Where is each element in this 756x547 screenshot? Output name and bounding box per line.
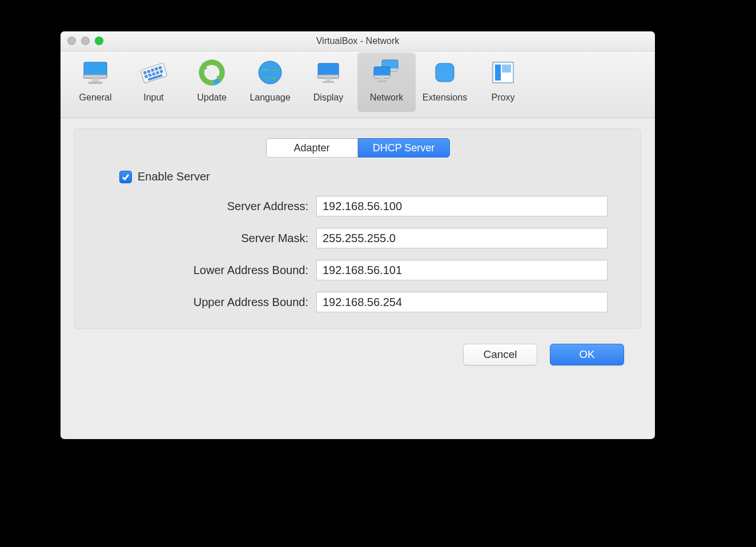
proxy-icon: [486, 56, 520, 89]
lower-bound-label: Lower Address Bound:: [91, 264, 316, 277]
panel-tabs: Adapter DHCP Server: [266, 138, 450, 158]
svg-rect-1: [84, 75, 107, 78]
svg-rect-29: [377, 81, 387, 82]
lower-bound-input[interactable]: [316, 260, 608, 280]
toolbar-item-language[interactable]: Language: [241, 53, 299, 112]
svg-rect-2: [92, 78, 99, 82]
svg-rect-30: [436, 63, 454, 82]
toolbar-item-label: Update: [197, 92, 227, 103]
tab-dhcp-server[interactable]: DHCP Server: [358, 138, 450, 158]
toolbar-item-input[interactable]: Input: [124, 53, 183, 112]
titlebar: VirtualBox - Network: [61, 31, 655, 51]
keyboard-icon: [137, 56, 170, 89]
cancel-button[interactable]: Cancel: [463, 344, 537, 365]
svg-rect-32: [495, 65, 501, 81]
server-mask-label: Server Mask:: [91, 232, 316, 245]
display-icon: [312, 56, 345, 89]
svg-rect-21: [318, 75, 339, 78]
svg-rect-28: [380, 78, 384, 81]
toolbar-item-label: Network: [370, 92, 404, 103]
close-window-button[interactable]: [67, 37, 76, 45]
upper-bound-label: Upper Address Bound:: [91, 296, 316, 309]
preferences-toolbar: General Input: [61, 51, 655, 118]
toolbar-item-proxy[interactable]: Proxy: [474, 53, 532, 112]
network-panel: Adapter DHCP Server Enable Server Server…: [74, 128, 641, 329]
tab-adapter[interactable]: Adapter: [266, 138, 358, 158]
globe-icon: [254, 56, 287, 89]
ok-button[interactable]: OK: [550, 344, 624, 365]
toolbar-item-network[interactable]: Network: [357, 53, 416, 112]
refresh-icon: [195, 56, 228, 89]
toolbar-item-label: General: [79, 92, 112, 103]
upper-bound-input[interactable]: [316, 292, 608, 312]
toolbar-item-general[interactable]: General: [66, 53, 124, 112]
enable-server-label: Enable Server: [138, 170, 210, 183]
svg-rect-33: [502, 65, 511, 73]
zoom-window-button[interactable]: [95, 37, 103, 45]
enable-server-row: Enable Server: [119, 170, 625, 183]
svg-rect-23: [323, 81, 334, 83]
minimize-window-button[interactable]: [81, 37, 90, 45]
toolbar-item-update[interactable]: Update: [183, 53, 241, 112]
toolbar-item-extensions[interactable]: Extensions: [416, 53, 474, 112]
toolbar-item-display[interactable]: Display: [299, 53, 357, 112]
svg-rect-3: [89, 82, 102, 84]
toolbar-item-label: Proxy: [492, 92, 515, 103]
toolbar-item-label: Extensions: [423, 92, 467, 103]
server-address-input[interactable]: [316, 196, 608, 216]
preferences-window: VirtualBox - Network General: [61, 31, 655, 439]
monitor-icon: [79, 56, 112, 89]
enable-server-checkbox[interactable]: [119, 171, 132, 183]
toolbar-item-label: Input: [143, 92, 164, 103]
dialog-footer: Cancel OK: [74, 329, 641, 365]
extensions-icon: [428, 56, 461, 89]
toolbar-item-label: Display: [313, 92, 343, 103]
server-mask-input[interactable]: [316, 228, 608, 248]
content-area: Adapter DHCP Server Enable Server Server…: [61, 118, 655, 365]
toolbar-item-label: Language: [250, 92, 290, 103]
window-controls: [67, 37, 103, 45]
svg-rect-27: [374, 75, 390, 78]
dhcp-form: Server Address: Server Mask: Lower Addre…: [91, 196, 625, 312]
network-icon: [370, 56, 403, 89]
svg-rect-22: [326, 78, 331, 81]
server-address-label: Server Address:: [91, 200, 316, 213]
window-title: VirtualBox - Network: [316, 36, 400, 46]
